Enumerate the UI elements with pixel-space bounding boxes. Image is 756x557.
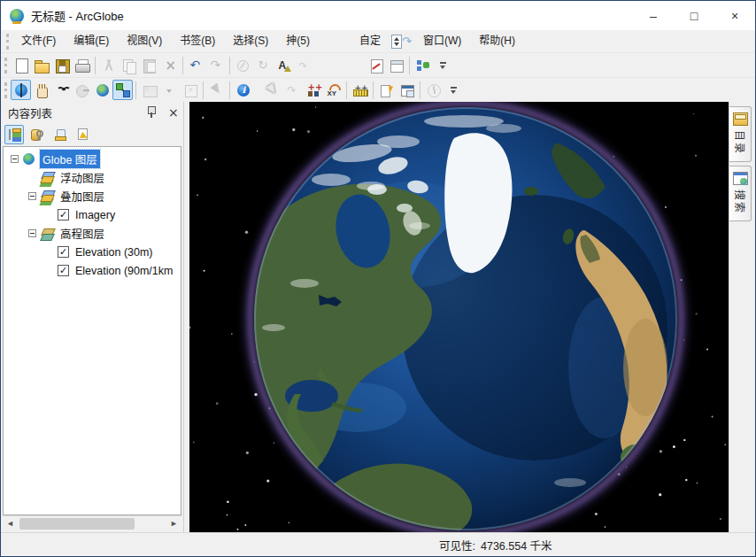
scroll-right-icon[interactable]: ► <box>166 517 181 530</box>
expander-minus-icon[interactable] <box>28 192 36 200</box>
list-selection-button[interactable] <box>73 125 93 144</box>
dd-small-button[interactable] <box>159 80 180 100</box>
select-arrow-button[interactable] <box>206 80 227 100</box>
layer-label[interactable]: 浮动图层 <box>58 168 107 187</box>
minimize-button[interactable]: – <box>633 1 674 30</box>
label-a-button[interactable] <box>274 55 294 75</box>
toc-close-icon[interactable] <box>166 105 180 120</box>
refresh-button[interactable] <box>253 55 274 75</box>
undo-button[interactable] <box>186 55 206 75</box>
nav-mode-button[interactable] <box>112 80 133 100</box>
pin-icon[interactable] <box>146 105 160 120</box>
side-tab-搜索[interactable]: 搜索 <box>729 166 752 221</box>
tree-row[interactable]: Imagery <box>4 205 181 224</box>
delete-x-button[interactable] <box>159 55 180 75</box>
side-tab-目录[interactable]: 目录 <box>729 106 752 162</box>
menu-item[interactable]: 文件(F) <box>12 31 65 51</box>
gray-box-icon <box>183 83 197 97</box>
save-button[interactable] <box>51 55 72 75</box>
gray-box-button[interactable] <box>180 80 200 100</box>
layer-label[interactable]: 高程图层 <box>58 224 107 243</box>
maximize-button[interactable]: □ <box>674 1 714 30</box>
title-bar[interactable]: 无标题 - ArcGlobe – □ × <box>1 1 755 30</box>
menu-item[interactable]: 窗口(W) <box>414 31 470 51</box>
compass-button[interactable] <box>233 55 253 75</box>
toolbar-grip[interactable] <box>4 82 7 98</box>
tree-row[interactable]: Elevation (30m) <box>4 243 181 261</box>
new-document-button[interactable] <box>11 55 31 75</box>
layer-label[interactable]: 叠加图层 <box>58 187 107 205</box>
toolbar-separator <box>229 81 230 99</box>
close-button[interactable]: × <box>714 1 755 30</box>
expander-minus-icon[interactable] <box>11 155 19 163</box>
print-button[interactable] <box>72 55 92 75</box>
tree-row[interactable]: 叠加图层 <box>4 187 181 205</box>
new-document-icon <box>14 58 28 73</box>
layer-label[interactable]: Globe 图层 <box>40 150 100 168</box>
toc-horizontal-scrollbar[interactable]: ◄ ► <box>3 515 181 530</box>
expander-minus-icon[interactable] <box>28 229 36 237</box>
tree-row[interactable]: Elevation (90m/1km <box>4 261 181 280</box>
full-extent-button[interactable] <box>92 80 112 100</box>
scroll-track[interactable] <box>18 517 166 530</box>
toolbar-grip[interactable] <box>4 58 7 73</box>
tree-row[interactable]: 高程图层 <box>4 224 181 243</box>
modelbuilder-button[interactable] <box>413 55 433 75</box>
menu-grip[interactable] <box>6 34 9 50</box>
curve-blue-icon[interactable] <box>402 35 414 49</box>
main-area: 内容列表 Globe 图层浮动图层叠加图层Imagery高程图层Elevatio… <box>1 102 755 532</box>
menu-item[interactable]: 抻(5) <box>277 31 319 51</box>
copy-button[interactable] <box>119 55 139 75</box>
open-folder-button[interactable] <box>31 55 51 75</box>
layer-label[interactable]: Imagery <box>73 208 118 222</box>
list-draworder-button[interactable] <box>4 125 24 144</box>
toolbar-dd-button[interactable] <box>433 55 453 75</box>
menu-item[interactable]: 选择(S) <box>224 31 277 51</box>
layer-checkbox[interactable] <box>58 265 69 276</box>
menu-item[interactable]: 帮助(H) <box>470 31 524 51</box>
window-list-button[interactable] <box>397 80 417 100</box>
python-window-button[interactable] <box>366 55 386 75</box>
list-visibility-button[interactable] <box>50 125 70 144</box>
toolbar-separator <box>420 81 420 99</box>
layer-checkbox[interactable] <box>58 246 69 258</box>
measure-button[interactable] <box>350 80 370 100</box>
scroll-left-icon[interactable]: ◄ <box>3 517 18 530</box>
toolbar-dd-icon <box>450 83 458 97</box>
globe-view[interactable] <box>189 102 729 532</box>
navigate-button[interactable] <box>11 80 31 100</box>
find-plus-button[interactable] <box>303 80 323 100</box>
select-features-button[interactable] <box>262 80 282 100</box>
menu-item[interactable]: 书签(B) <box>171 31 224 51</box>
clear-selection-button[interactable] <box>282 80 303 100</box>
paste-button[interactable] <box>139 55 159 75</box>
pan-button[interactable] <box>31 80 51 100</box>
goto-xy-button[interactable] <box>323 80 343 100</box>
scroll-thumb[interactable] <box>19 518 135 530</box>
time-slider-button[interactable] <box>423 80 444 100</box>
html-popup-button[interactable] <box>376 80 397 100</box>
spinner-control[interactable] <box>391 35 402 49</box>
layer-label[interactable]: Elevation (90m/1km <box>73 264 175 278</box>
list-visibility-icon <box>53 128 67 142</box>
menu-item[interactable]: 视图(V) <box>118 31 171 51</box>
redo-button[interactable] <box>206 55 227 75</box>
tree-row[interactable]: Globe 图层 <box>4 150 181 168</box>
layer-checkbox[interactable] <box>58 209 69 220</box>
curve-small-button[interactable] <box>294 55 314 75</box>
cut-button[interactable] <box>98 55 119 75</box>
picture-icon <box>143 83 157 97</box>
window-outline-button[interactable] <box>386 55 406 75</box>
picture-button[interactable] <box>139 80 159 100</box>
globe-viewport[interactable] <box>189 102 729 532</box>
tree-row[interactable]: 浮动图层 <box>4 168 181 187</box>
layer-label[interactable]: Elevation (30m) <box>73 245 156 259</box>
menu-item[interactable]: 自定 <box>351 31 390 51</box>
curve-small-icon <box>297 58 312 73</box>
list-source-button[interactable] <box>27 125 47 144</box>
identify-button[interactable] <box>233 80 253 100</box>
fly-button[interactable] <box>51 80 72 100</box>
target-globe-button[interactable] <box>72 80 92 100</box>
toolbar-dd-button[interactable] <box>444 80 464 100</box>
menu-item[interactable]: 编辑(E) <box>65 31 118 51</box>
